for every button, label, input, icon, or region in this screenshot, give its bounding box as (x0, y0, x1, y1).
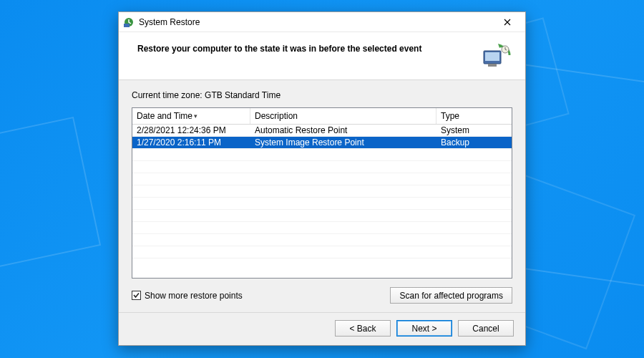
table-row-empty (132, 161, 512, 173)
column-header-description[interactable]: Description (250, 108, 436, 124)
timezone-label: Current time zone: GTB Standard Time (132, 90, 512, 100)
svg-rect-1 (124, 24, 130, 27)
cell-date: 2/28/2021 12:24:36 PM (132, 125, 250, 136)
scan-affected-button[interactable]: Scan for affected programs (390, 287, 512, 304)
titlebar: System Restore (119, 12, 525, 32)
table-row-empty (132, 222, 512, 234)
cell-type: Backup (436, 137, 512, 148)
cell-description: Automatic Restore Point (250, 125, 436, 136)
cell-description: System Image Restore Point (250, 137, 436, 148)
column-header-label: Date and Time (137, 111, 192, 121)
wizard-footer: < Back Next > Cancel (119, 312, 525, 345)
show-more-checkbox[interactable]: Show more restore points (132, 291, 390, 301)
table-row-empty (132, 210, 512, 222)
header-section: Restore your computer to the state it wa… (119, 32, 525, 80)
cell-type: System (436, 125, 512, 136)
table-row-empty (132, 234, 512, 246)
column-header-label: Description (255, 111, 298, 121)
svg-rect-4 (488, 64, 497, 67)
table-row[interactable]: 1/27/2020 2:16:11 PMSystem Image Restore… (132, 137, 512, 149)
svg-rect-3 (485, 52, 499, 61)
column-header-type[interactable]: Type (436, 108, 512, 124)
restore-points-table: Date and Time ▾ Description Type 2/28/20… (132, 107, 512, 279)
page-heading: Restore your computer to the state it wa… (137, 42, 474, 54)
table-row-empty (132, 246, 512, 258)
system-restore-icon (123, 16, 135, 28)
next-button[interactable]: Next > (396, 320, 452, 337)
window-title: System Restore (139, 17, 494, 27)
restore-graphic-icon (481, 42, 512, 71)
back-button[interactable]: < Back (335, 320, 391, 337)
close-button[interactable] (494, 14, 521, 31)
body-section: Current time zone: GTB Standard Time Dat… (119, 80, 525, 312)
table-header: Date and Time ▾ Description Type (132, 108, 512, 125)
checkbox-label: Show more restore points (145, 291, 243, 301)
cancel-button[interactable]: Cancel (458, 320, 514, 337)
column-header-date[interactable]: Date and Time ▾ (132, 108, 250, 124)
below-table-row: Show more restore points Scan for affect… (132, 279, 512, 306)
table-body: 2/28/2021 12:24:36 PMAutomatic Restore P… (132, 125, 512, 278)
table-row-empty (132, 198, 512, 210)
check-icon (132, 291, 141, 300)
table-row-empty (132, 149, 512, 161)
close-icon (504, 19, 511, 26)
table-row-empty (132, 185, 512, 198)
table-row[interactable]: 2/28/2021 12:24:36 PMAutomatic Restore P… (132, 125, 512, 137)
column-header-label: Type (441, 111, 459, 121)
system-restore-window: System Restore Restore your computer to … (118, 11, 526, 346)
sort-descending-icon: ▾ (194, 113, 197, 120)
table-row-empty (132, 173, 512, 185)
cell-date: 1/27/2020 2:16:11 PM (132, 137, 250, 148)
